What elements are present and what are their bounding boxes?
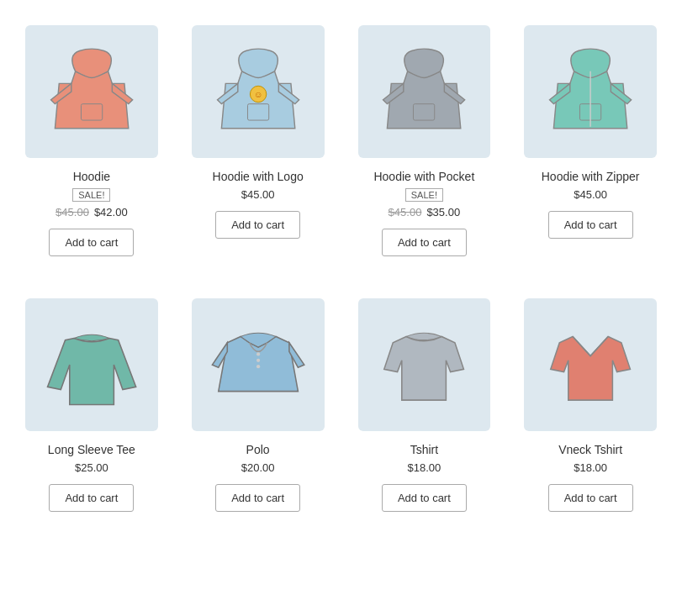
product-card-polo: Polo$20.00Add to cart [183, 290, 333, 529]
product-name-tshirt: Tshirt [410, 443, 438, 456]
sale-badge: SALE! [405, 188, 443, 202]
product-grid: HoodieSALE!$45.00$42.00Add to cart ☺ Hoo… [17, 17, 665, 529]
product-price-polo: $20.00 [241, 461, 275, 474]
product-name-vneck: Vneck Tshirt [558, 443, 622, 456]
svg-rect-0 [81, 103, 102, 119]
price-original: $45.00 [56, 206, 89, 218]
svg-rect-1 [247, 103, 268, 119]
product-card-hoodie-zipper: Hoodie with Zipper$45.00Add to cart [515, 17, 665, 273]
product-image-tshirt [358, 298, 491, 431]
product-price-row-hoodie: $45.00$42.00 [56, 206, 128, 218]
add-to-cart-button-hoodie[interactable]: Add to cart [49, 229, 134, 256]
svg-text:☺: ☺ [253, 89, 262, 99]
add-to-cart-button-hoodie-pocket[interactable]: Add to cart [382, 229, 467, 256]
svg-point-8 [256, 358, 260, 361]
add-to-cart-button-hoodie-logo[interactable]: Add to cart [215, 211, 300, 239]
sale-badge: SALE! [72, 188, 110, 202]
product-name-hoodie-logo: Hoodie with Logo [213, 170, 304, 183]
product-price-tshirt: $18.00 [407, 461, 441, 474]
product-name-hoodie: Hoodie [73, 170, 110, 183]
product-image-hoodie [25, 25, 158, 158]
product-price-hoodie-logo: $45.00 [241, 188, 275, 201]
product-image-hoodie-zipper [524, 25, 657, 158]
product-price-long-sleeve: $25.00 [75, 461, 108, 474]
product-card-tshirt: Tshirt$18.00Add to cart [350, 290, 500, 529]
product-name-long-sleeve: Long Sleeve Tee [48, 443, 135, 456]
svg-point-7 [256, 352, 260, 355]
product-price-row-hoodie-pocket: $45.00$35.00 [389, 206, 461, 218]
svg-rect-4 [414, 103, 435, 119]
product-image-vneck [524, 298, 657, 431]
add-to-cart-button-polo[interactable]: Add to cart [215, 484, 300, 512]
add-to-cart-button-long-sleeve[interactable]: Add to cart [49, 484, 134, 512]
svg-point-9 [256, 365, 260, 368]
product-card-hoodie-logo: ☺ Hoodie with Logo$45.00Add to cart [183, 17, 333, 273]
price-current: $35.00 [426, 206, 460, 218]
product-name-polo: Polo [246, 443, 270, 456]
product-image-hoodie-pocket [358, 25, 491, 158]
product-card-hoodie-pocket: Hoodie with PocketSALE!$45.00$35.00Add t… [350, 17, 500, 273]
product-price-vneck: $18.00 [574, 461, 607, 474]
product-card-vneck: Vneck Tshirt$18.00Add to cart [515, 290, 665, 529]
product-card-long-sleeve: Long Sleeve Tee$25.00Add to cart [17, 290, 167, 529]
product-name-hoodie-pocket: Hoodie with Pocket [373, 170, 474, 183]
product-price-hoodie-zipper: $45.00 [574, 188, 607, 201]
price-current: $42.00 [94, 206, 128, 218]
add-to-cart-button-hoodie-zipper[interactable]: Add to cart [548, 211, 633, 239]
add-to-cart-button-vneck[interactable]: Add to cart [548, 484, 633, 512]
product-name-hoodie-zipper: Hoodie with Zipper [542, 170, 640, 183]
add-to-cart-button-tshirt[interactable]: Add to cart [382, 484, 467, 512]
price-original: $45.00 [389, 206, 422, 218]
product-image-hoodie-logo: ☺ [192, 25, 325, 158]
product-image-polo [192, 298, 325, 431]
product-image-long-sleeve [25, 298, 158, 431]
product-card-hoodie: HoodieSALE!$45.00$42.00Add to cart [17, 17, 167, 273]
